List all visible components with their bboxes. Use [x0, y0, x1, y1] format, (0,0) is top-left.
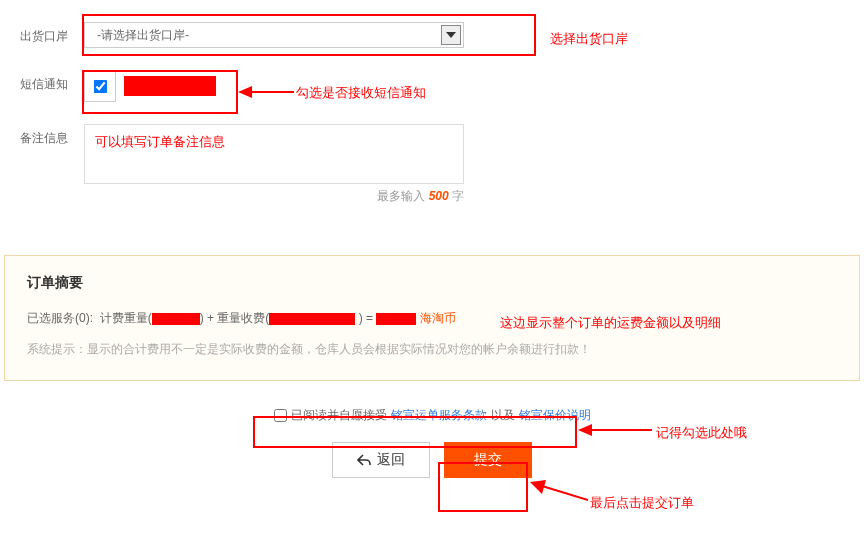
terms-link[interactable]: 铭宣运单服务条款 — [391, 407, 487, 424]
svg-marker-0 — [446, 32, 456, 38]
anno-submit-text: 最后点击提交订单 — [590, 494, 694, 512]
agreement-checkbox[interactable] — [274, 409, 287, 422]
agreement-text1: 已阅读并自愿接受 — [291, 407, 387, 424]
char-limit: 最多输入 500 字 — [84, 188, 464, 205]
svg-marker-4 — [578, 424, 592, 436]
port-select[interactable]: -请选择出货口岸- — [84, 22, 464, 48]
sms-checkbox-wrap — [84, 70, 116, 102]
agreement-text2: 以及 — [491, 407, 515, 424]
port-placeholder: -请选择出货口岸- — [97, 27, 189, 44]
anno-submit-arrow — [528, 478, 588, 504]
dropdown-icon[interactable] — [441, 25, 461, 45]
svg-line-5 — [542, 486, 588, 500]
order-summary: 订单摘要 已选服务(0): 计费重量() + 重量收费( ) = 海淘币 系统提… — [4, 255, 860, 381]
back-button[interactable]: 返回 — [332, 442, 430, 478]
sms-redacted — [124, 76, 216, 96]
note-label: 备注信息 — [20, 124, 72, 146]
anno-summary-text: 这边显示整个订单的运费金额以及明细 — [500, 314, 721, 332]
sms-label: 短信通知 — [20, 70, 72, 92]
anno-sms-text: 勾选是否接收短信通知 — [296, 84, 426, 102]
submit-button[interactable]: 提交 — [444, 442, 532, 478]
sms-checkbox[interactable] — [93, 79, 107, 93]
agreement-row: 已阅读并自愿接受 铭宣运单服务条款 以及 铭宣保价说明 — [0, 407, 864, 424]
anno-port-text: 选择出货口岸 — [550, 30, 628, 48]
svg-marker-6 — [530, 480, 546, 494]
anno-agree-text: 记得勾选此处哦 — [656, 424, 747, 442]
note-textarea[interactable]: 可以填写订单备注信息 — [84, 124, 464, 184]
anno-agree-arrow — [578, 422, 652, 438]
port-label: 出货口岸 — [20, 22, 72, 44]
back-arrow-icon — [357, 454, 371, 466]
summary-tip: 系统提示：显示的合计费用不一定是实际收费的金额，仓库人员会根据实际情况对您的帐户… — [27, 341, 837, 358]
insurance-link[interactable]: 铭宣保价说明 — [519, 407, 591, 424]
button-row: 返回 提交 — [0, 442, 864, 478]
summary-title: 订单摘要 — [27, 274, 837, 292]
